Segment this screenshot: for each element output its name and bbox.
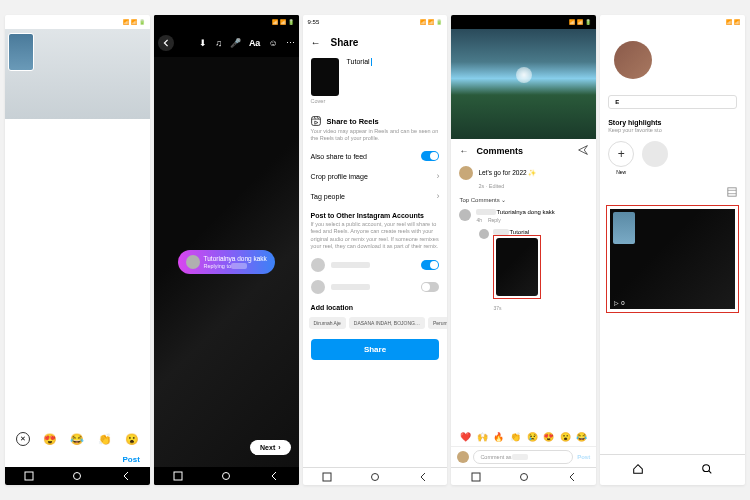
android-nav: [303, 467, 448, 485]
comment-text: Tutorialnya dong kakk: [496, 209, 554, 215]
svg-point-1: [74, 473, 81, 480]
cover-wrap[interactable]: Cover: [311, 58, 339, 104]
reply-body: [5, 119, 150, 426]
video-caption: Let's go for 2022 ✨: [478, 169, 536, 177]
share-button[interactable]: Share: [311, 339, 440, 360]
sticker-icon[interactable]: ☺: [268, 38, 277, 48]
highlight-label: New: [616, 169, 626, 175]
nav-home[interactable]: [369, 471, 381, 483]
emoji-hands[interactable]: 🙌: [477, 432, 488, 442]
screen-3-share: 9:55 📶📶🔋 ← Share Cover Tutorial Share to…: [303, 15, 448, 485]
emoji-fire[interactable]: 🔥: [493, 432, 504, 442]
download-icon[interactable]: ⬇: [199, 38, 207, 48]
row-share-feed[interactable]: Also share to feed: [303, 146, 448, 166]
svg-rect-9: [728, 188, 736, 196]
commenter-avatar[interactable]: [459, 209, 471, 221]
toggle-feed[interactable]: [421, 151, 439, 161]
account-row-1[interactable]: [303, 254, 448, 276]
reply-media-thumb[interactable]: [496, 238, 538, 296]
reel-thumbnail[interactable]: ▷ 0: [610, 209, 735, 309]
emoji-cry[interactable]: 😢: [527, 432, 538, 442]
nav-back[interactable]: [268, 470, 280, 482]
share-title: Share: [331, 37, 359, 48]
highlight-new[interactable]: + New: [608, 141, 634, 175]
editor-toolbar: ⬇ ♫ 🎤 Aa ☺ ⋯: [154, 29, 299, 57]
sort-dropdown[interactable]: Top Comments ⌄: [451, 193, 596, 206]
emoji-clap[interactable]: 👏: [510, 432, 521, 442]
nav-home[interactable]: [518, 471, 530, 483]
row-tag[interactable]: Tag people›: [303, 186, 448, 206]
nav-home[interactable]: [220, 470, 232, 482]
search-tab-icon[interactable]: [701, 461, 713, 479]
toggle-account-2[interactable]: [421, 282, 439, 292]
post-comment-button[interactable]: Post: [577, 454, 590, 460]
close-button[interactable]: ✕: [16, 432, 30, 446]
profile-avatar[interactable]: [612, 39, 654, 81]
row-label: Also share to feed: [311, 153, 367, 160]
home-tab-icon[interactable]: [632, 461, 644, 479]
send-icon[interactable]: [578, 145, 588, 157]
toggle-account-1[interactable]: [421, 260, 439, 270]
caption-input[interactable]: Tutorial: [347, 58, 440, 66]
emoji-wow[interactable]: 😮: [125, 433, 139, 446]
my-avatar: [457, 451, 469, 463]
nav-recents[interactable]: [172, 470, 184, 482]
guides-tab-icon[interactable]: [727, 183, 737, 201]
editor-canvas[interactable]: Tutorialnya dong kakk Replying to Next›: [154, 57, 299, 467]
next-button[interactable]: Next›: [250, 440, 291, 455]
mic-icon[interactable]: 🎤: [230, 38, 241, 48]
location-chip[interactable]: Dirumah Aje: [309, 317, 346, 329]
sticker-main-text: Tutorialnya dong kakk: [204, 255, 267, 263]
cover-section: Cover Tutorial: [303, 52, 448, 110]
back-arrow[interactable]: ←: [311, 37, 321, 48]
location-chip[interactable]: Perum Dasan: [428, 317, 447, 329]
music-icon[interactable]: ♫: [215, 38, 222, 48]
nav-home[interactable]: [71, 470, 83, 482]
nav-back[interactable]: [120, 470, 132, 482]
status-time: 9:55: [308, 19, 320, 25]
status-bar: 📶📶🔋: [154, 15, 299, 29]
highlights-row: + New: [600, 137, 745, 179]
text-icon[interactable]: Aa: [249, 38, 261, 48]
emoji-wow[interactable]: 😮: [560, 432, 571, 442]
emoji-heart-eyes[interactable]: 😍: [543, 432, 554, 442]
comment-input[interactable]: Comment as: [473, 450, 573, 464]
nav-recents[interactable]: [321, 471, 333, 483]
emoji-heart-eyes[interactable]: 😍: [43, 433, 57, 446]
video-preview[interactable]: [451, 29, 596, 139]
row-crop[interactable]: Crop profile image›: [303, 166, 448, 186]
replier-avatar[interactable]: [479, 229, 489, 239]
back-arrow[interactable]: ←: [459, 146, 468, 156]
account-name: [331, 262, 370, 268]
status-bar: 📶📶🔋: [451, 15, 596, 29]
back-button[interactable]: [158, 35, 174, 51]
comment-row: Tutorialnya dong kakk 4hReply: [451, 206, 596, 226]
reels-desc: Your video may appear in Reels and can b…: [303, 128, 448, 146]
emoji-laugh[interactable]: 😂: [70, 433, 84, 446]
nav-back[interactable]: [417, 471, 429, 483]
nav-back[interactable]: [566, 471, 578, 483]
emoji-laugh[interactable]: 😂: [576, 432, 587, 442]
svg-rect-4: [311, 117, 320, 126]
android-nav: [5, 467, 150, 485]
author-avatar[interactable]: [459, 166, 473, 180]
account-row-2[interactable]: [303, 276, 448, 298]
nav-recents[interactable]: [23, 470, 35, 482]
edit-profile-button[interactable]: E: [608, 95, 737, 109]
account-name: [331, 284, 370, 290]
caption-meta: 2s · Edited: [470, 183, 596, 193]
svg-rect-5: [323, 473, 331, 481]
post-button[interactable]: Post: [5, 452, 150, 467]
profile-tabs: [600, 179, 745, 205]
svg-point-10: [702, 465, 709, 472]
reply-sticker[interactable]: Tutorialnya dong kakk Replying to: [178, 250, 275, 274]
more-icon[interactable]: ⋯: [286, 38, 295, 48]
location-chip[interactable]: DASANA INDAH, BOJONG…: [349, 317, 425, 329]
comment-reply-link[interactable]: Reply: [488, 217, 501, 223]
emoji-heart[interactable]: ❤️: [460, 432, 471, 442]
story-thumbnail[interactable]: [8, 33, 34, 71]
comments-header: ← Comments: [451, 139, 596, 163]
nav-recents[interactable]: [470, 471, 482, 483]
emoji-clap[interactable]: 👏: [98, 433, 112, 446]
profile-header: [600, 29, 745, 91]
